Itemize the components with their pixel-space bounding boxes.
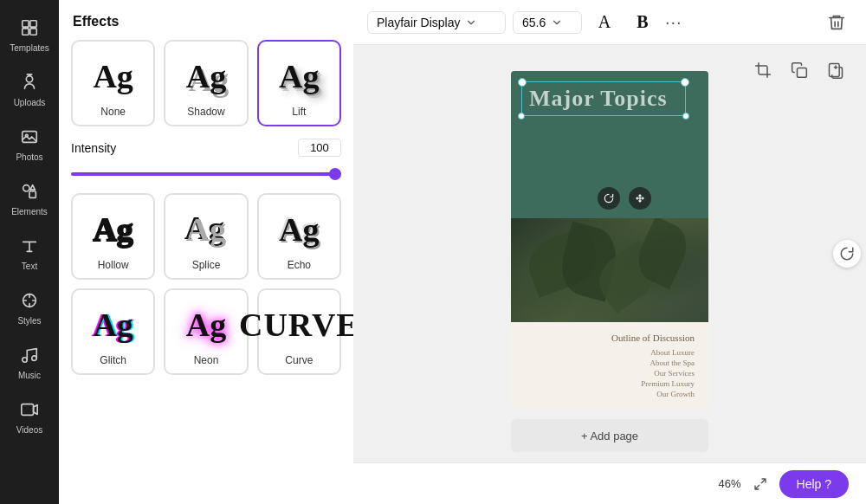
canvas-actions	[750, 57, 849, 83]
effect-lift-preview: Ag	[264, 50, 333, 102]
expand-icon	[753, 477, 767, 491]
effect-echo-label: Echo	[288, 259, 311, 271]
rotate-handle[interactable]	[833, 240, 861, 268]
help-button[interactable]: Help ?	[779, 470, 849, 498]
sidebar: Templates Uploads Photos Elements Text S…	[0, 0, 59, 504]
more-options-button[interactable]: ···	[665, 12, 682, 32]
effect-curve[interactable]: CURVE Curve	[257, 288, 341, 375]
effect-neon-label: Neon	[194, 354, 219, 366]
text-selection-box[interactable]: Major Topics	[521, 81, 686, 116]
effect-glitch-label: Glitch	[100, 354, 126, 366]
svg-point-4	[26, 76, 32, 82]
font-selector[interactable]: Playfair Display	[367, 11, 506, 34]
elements-icon	[17, 179, 42, 204]
effect-none[interactable]: Ag None	[71, 40, 155, 126]
sidebar-item-templates[interactable]: Templates	[0, 7, 59, 61]
handle-bl[interactable]	[518, 113, 525, 120]
card-bottom: Outline of Discussion About Luxure About…	[511, 322, 708, 409]
sidebar-item-music[interactable]: Music	[0, 334, 59, 389]
handle-br[interactable]	[682, 113, 689, 120]
svg-rect-14	[830, 64, 840, 77]
effect-none-label: None	[100, 106, 126, 118]
bottom-bar: 46% Help ?	[353, 462, 866, 504]
effects-panel: Effects Ag None Ag Shadow Ag Lift Intens…	[59, 0, 353, 504]
chevron-down-icon-2	[551, 16, 563, 29]
list-item-4: Our Growth	[525, 390, 695, 398]
move-drag-handle[interactable]	[629, 187, 651, 210]
photos-icon	[17, 125, 42, 149]
sidebar-item-uploads[interactable]: Uploads	[0, 61, 59, 116]
text-icon	[17, 234, 42, 258]
font-size: 65.6	[522, 16, 546, 29]
effect-lift-label: Lift	[292, 106, 306, 118]
effect-lift[interactable]: Ag Lift	[257, 40, 341, 126]
rotate-small-icon	[603, 192, 615, 204]
text-style-b-button[interactable]: B	[627, 7, 658, 38]
add-page-bar[interactable]: + Add page	[511, 419, 708, 452]
zoom-controls: 46% Help ?	[719, 470, 850, 498]
effect-hollow-label: Hollow	[98, 259, 129, 271]
sidebar-item-elements[interactable]: Elements	[0, 171, 59, 225]
font-name: Playfair Display	[377, 16, 460, 29]
list-item-2: Our Services	[525, 369, 695, 378]
effect-none-preview: Ag	[79, 50, 148, 102]
copy-button[interactable]	[786, 57, 812, 83]
rotate-drag-handle[interactable]	[598, 187, 620, 210]
list-item-1: About the Spa	[525, 359, 695, 367]
add-page-label: + Add page	[581, 430, 638, 443]
effect-glitch[interactable]: Ag Glitch	[71, 288, 155, 375]
effect-splice-label: Splice	[192, 259, 221, 271]
videos-icon	[17, 397, 42, 422]
templates-icon	[17, 16, 42, 40]
svg-rect-12	[22, 404, 34, 416]
intensity-section: Intensity 100	[59, 139, 353, 193]
add-page-icon	[827, 61, 844, 79]
list-item-0: About Luxure	[525, 348, 695, 357]
sidebar-item-styles[interactable]: Styles	[0, 280, 59, 334]
zoom-value: 46%	[719, 477, 741, 490]
svg-rect-5	[23, 132, 37, 143]
card-photo	[511, 218, 708, 322]
effects-panel-title: Effects	[59, 0, 353, 40]
svg-rect-0	[23, 21, 29, 27]
effect-splice[interactable]: Ag Splice	[164, 193, 248, 280]
intensity-row: Intensity 100	[71, 139, 341, 157]
card-bottom-title: Outline of Discussion	[525, 333, 695, 343]
intensity-value: 100	[298, 139, 341, 157]
effect-glitch-preview: Ag	[79, 299, 148, 351]
add-page-icon-button[interactable]	[823, 57, 849, 83]
crop-button[interactable]	[750, 57, 776, 83]
svg-rect-13	[798, 68, 807, 78]
effect-shadow-preview: Ag	[171, 50, 241, 102]
expand-button[interactable]	[748, 472, 772, 496]
effects-grid-2: Ag Hollow Ag Splice Ag Echo Ag Glitch Ag…	[59, 193, 353, 387]
effect-curve-label: Curve	[285, 354, 313, 366]
copy-icon	[791, 61, 808, 79]
sidebar-item-photos[interactable]: Photos	[0, 116, 59, 171]
major-topics-text: Major Topics	[529, 86, 668, 111]
effect-shadow[interactable]: Ag Shadow	[164, 40, 248, 126]
effect-echo[interactable]: Ag Echo	[257, 193, 341, 280]
list-item-3: Premium Luxury	[525, 379, 695, 388]
trash-icon	[827, 13, 846, 32]
effect-echo-preview: Ag	[264, 204, 333, 255]
sidebar-item-text[interactable]: Text	[0, 225, 59, 280]
move-icon	[634, 192, 646, 204]
svg-point-7	[23, 185, 29, 191]
delete-button[interactable]	[821, 7, 852, 38]
effect-neon[interactable]: Ag Neon	[164, 288, 248, 375]
music-icon	[17, 343, 42, 367]
intensity-label: Intensity	[71, 141, 116, 155]
effect-hollow-preview: Ag	[79, 204, 148, 255]
svg-rect-3	[30, 29, 36, 35]
font-size-selector[interactable]: 65.6	[513, 11, 582, 34]
text-style-a-button[interactable]: A	[589, 7, 620, 38]
sidebar-item-videos[interactable]: Videos	[0, 389, 59, 443]
intensity-slider[interactable]	[71, 172, 341, 176]
svg-point-11	[32, 356, 37, 361]
styles-icon	[17, 288, 42, 313]
effect-neon-preview: Ag	[171, 299, 241, 351]
uploads-icon	[17, 70, 42, 94]
effect-hollow[interactable]: Ag Hollow	[71, 193, 155, 280]
rotate-icon	[839, 246, 855, 262]
